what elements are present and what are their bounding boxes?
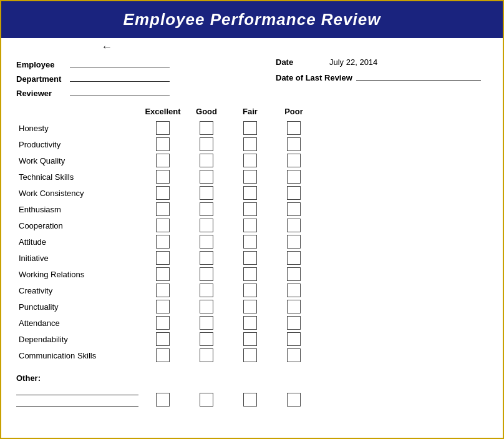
checkbox-box-1-fair[interactable]	[243, 137, 257, 151]
checkbox-box-4-good[interactable]	[200, 186, 213, 200]
checkbox-box-8-excellent[interactable]	[156, 251, 170, 265]
checkbox-cell-7-good[interactable]	[185, 235, 228, 249]
checkbox-box-7-poor[interactable]	[287, 235, 301, 249]
checkbox-cell-0-poor[interactable]	[272, 121, 316, 135]
checkbox-box-10-good[interactable]	[200, 284, 213, 297]
other-checkbox-box-excellent[interactable]	[156, 393, 170, 407]
checkbox-cell-9-excellent[interactable]	[141, 267, 185, 281]
checkbox-box-6-poor[interactable]	[287, 219, 301, 232]
checkbox-cell-4-fair[interactable]	[228, 186, 272, 200]
checkbox-cell-11-poor[interactable]	[272, 300, 316, 313]
other-line-1[interactable]	[16, 387, 138, 395]
checkbox-box-11-fair[interactable]	[243, 300, 257, 313]
checkbox-cell-6-fair[interactable]	[228, 219, 272, 232]
checkbox-box-5-fair[interactable]	[243, 202, 257, 216]
checkbox-cell-10-poor[interactable]	[272, 284, 316, 297]
checkbox-box-12-fair[interactable]	[243, 316, 257, 330]
checkbox-cell-8-excellent[interactable]	[141, 251, 185, 265]
checkbox-cell-11-excellent[interactable]	[141, 300, 185, 313]
checkbox-box-4-fair[interactable]	[243, 186, 257, 200]
checkbox-box-11-poor[interactable]	[287, 300, 301, 313]
employee-input[interactable]	[70, 57, 170, 67]
checkbox-cell-12-poor[interactable]	[272, 316, 316, 330]
checkbox-cell-13-fair[interactable]	[228, 332, 272, 346]
checkbox-cell-3-fair[interactable]	[228, 170, 272, 184]
checkbox-cell-5-excellent[interactable]	[141, 202, 185, 216]
checkbox-cell-12-fair[interactable]	[228, 316, 272, 330]
checkbox-box-5-good[interactable]	[200, 202, 213, 216]
checkbox-box-10-fair[interactable]	[243, 284, 257, 297]
checkbox-cell-14-good[interactable]	[185, 348, 228, 362]
checkbox-box-1-poor[interactable]	[287, 137, 301, 151]
checkbox-cell-9-fair[interactable]	[228, 267, 272, 281]
checkbox-cell-6-excellent[interactable]	[141, 219, 185, 232]
checkbox-box-12-excellent[interactable]	[156, 316, 170, 330]
other-checkbox-good[interactable]	[185, 393, 228, 407]
checkbox-cell-13-poor[interactable]	[272, 332, 316, 346]
checkbox-box-4-poor[interactable]	[287, 186, 301, 200]
checkbox-cell-2-poor[interactable]	[272, 154, 316, 167]
checkbox-box-9-excellent[interactable]	[156, 267, 170, 281]
checkbox-cell-1-excellent[interactable]	[141, 137, 185, 151]
checkbox-box-12-poor[interactable]	[287, 316, 301, 330]
checkbox-cell-5-fair[interactable]	[228, 202, 272, 216]
checkbox-box-6-fair[interactable]	[243, 219, 257, 232]
other-checkbox-box-poor[interactable]	[287, 393, 301, 407]
checkbox-cell-2-good[interactable]	[185, 154, 228, 167]
checkbox-cell-0-good[interactable]	[185, 121, 228, 135]
other-checkbox-box-good[interactable]	[200, 393, 213, 407]
checkbox-box-0-excellent[interactable]	[156, 121, 170, 135]
checkbox-cell-0-excellent[interactable]	[141, 121, 185, 135]
checkbox-cell-6-poor[interactable]	[272, 219, 316, 232]
checkbox-box-2-excellent[interactable]	[156, 154, 170, 167]
checkbox-box-9-fair[interactable]	[243, 267, 257, 281]
checkbox-box-11-excellent[interactable]	[156, 300, 170, 313]
checkbox-cell-1-fair[interactable]	[228, 137, 272, 151]
checkbox-cell-7-fair[interactable]	[228, 235, 272, 249]
checkbox-cell-0-fair[interactable]	[228, 121, 272, 135]
department-input[interactable]	[70, 72, 170, 82]
checkbox-cell-5-poor[interactable]	[272, 202, 316, 216]
checkbox-box-3-good[interactable]	[200, 170, 213, 184]
checkbox-box-0-poor[interactable]	[287, 121, 301, 135]
checkbox-box-0-fair[interactable]	[243, 121, 257, 135]
checkbox-box-9-good[interactable]	[200, 267, 213, 281]
checkbox-box-13-poor[interactable]	[287, 332, 301, 346]
checkbox-box-6-good[interactable]	[200, 219, 213, 232]
checkbox-cell-11-fair[interactable]	[228, 300, 272, 313]
checkbox-cell-3-poor[interactable]	[272, 170, 316, 184]
other-checkbox-fair[interactable]	[228, 393, 272, 407]
checkbox-cell-3-excellent[interactable]	[141, 170, 185, 184]
checkbox-box-6-excellent[interactable]	[156, 219, 170, 232]
checkbox-box-5-poor[interactable]	[287, 202, 301, 216]
checkbox-cell-14-poor[interactable]	[272, 348, 316, 362]
checkbox-box-1-excellent[interactable]	[156, 137, 170, 151]
checkbox-cell-4-poor[interactable]	[272, 186, 316, 200]
other-checkbox-excellent[interactable]	[141, 393, 185, 407]
checkbox-cell-7-poor[interactable]	[272, 235, 316, 249]
checkbox-cell-8-good[interactable]	[185, 251, 228, 265]
checkbox-cell-9-good[interactable]	[185, 267, 228, 281]
checkbox-box-14-fair[interactable]	[243, 348, 257, 362]
checkbox-cell-10-excellent[interactable]	[141, 284, 185, 297]
checkbox-cell-10-good[interactable]	[185, 284, 228, 297]
checkbox-box-8-good[interactable]	[200, 251, 213, 265]
checkbox-box-11-good[interactable]	[200, 300, 213, 313]
checkbox-box-0-good[interactable]	[200, 121, 213, 135]
checkbox-box-9-poor[interactable]	[287, 267, 301, 281]
checkbox-cell-4-excellent[interactable]	[141, 186, 185, 200]
checkbox-cell-3-good[interactable]	[185, 170, 228, 184]
other-line-2[interactable]	[16, 398, 138, 407]
checkbox-box-2-poor[interactable]	[287, 154, 301, 167]
checkbox-box-7-good[interactable]	[200, 235, 213, 249]
checkbox-cell-8-fair[interactable]	[228, 251, 272, 265]
other-checkbox-poor[interactable]	[272, 393, 316, 407]
checkbox-box-3-excellent[interactable]	[156, 170, 170, 184]
checkbox-cell-9-poor[interactable]	[272, 267, 316, 281]
checkbox-box-3-fair[interactable]	[243, 170, 257, 184]
checkbox-box-4-excellent[interactable]	[156, 186, 170, 200]
checkbox-box-5-excellent[interactable]	[156, 202, 170, 216]
checkbox-cell-8-poor[interactable]	[272, 251, 316, 265]
checkbox-cell-14-fair[interactable]	[228, 348, 272, 362]
checkbox-box-14-poor[interactable]	[287, 348, 301, 362]
